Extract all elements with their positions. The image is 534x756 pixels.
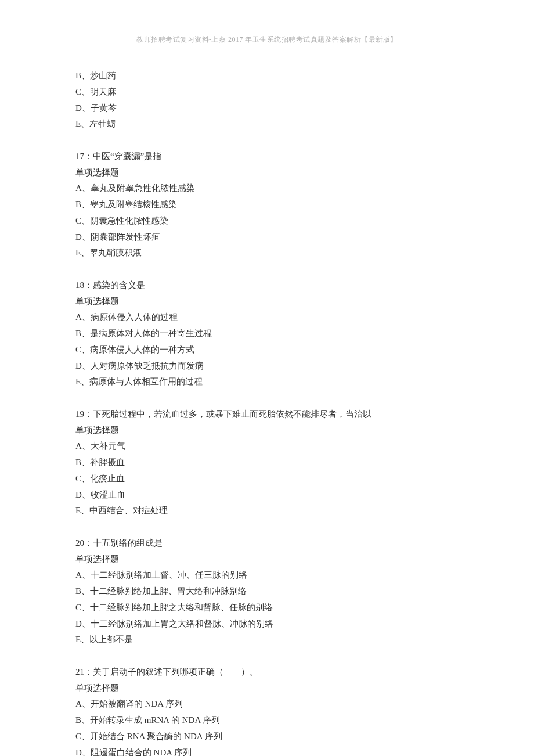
text-line: B、十二经脉别络加上脾、胃大络和冲脉别络 [75,584,459,600]
text-line: A、睾丸及附睾急性化脓性感染 [75,181,459,197]
text-line: E、左牡蛎 [75,116,459,132]
text-line: E、睾丸鞘膜积液 [75,245,459,261]
blank-line [75,648,459,664]
text-line: B、炒山药 [75,68,459,84]
blank-line [75,261,459,278]
text-line: A、大补元气 [75,438,459,455]
text-line: E、中西结合、对症处理 [75,503,459,519]
text-line: B、睾丸及附睾结核性感染 [75,197,459,213]
blank-line [75,519,459,535]
text-line: C、病原体侵人人体的一种方式 [75,342,459,358]
text-line: 17：中医“穿囊漏”是指 [75,149,459,165]
text-line: B、是病原体对人体的一种寄生过程 [75,326,459,342]
text-line: D、阴囊部阵发性坏疽 [75,229,459,246]
text-line: D、收涩止血 [75,487,459,503]
text-line: C、十二经脉别络加上脾之大络和督脉、任脉的别络 [75,600,459,616]
text-line: 单项选择题 [75,294,459,310]
text-line: 18：感染的含义是 [75,278,459,294]
text-line: E、以上都不是 [75,632,459,648]
document-body: B、炒山药C、明天麻D、子黄芩E、左牡蛎17：中医“穿囊漏”是指单项选择题A、睾… [75,68,459,756]
text-line: C、化瘀止血 [75,471,459,487]
blank-line [75,132,459,149]
text-line: 单项选择题 [75,423,459,439]
text-line: C、开始结合 RNA 聚合酶的 NDA 序列 [75,729,459,745]
text-line: 19：下死胎过程中，若流血过多，或暴下难止而死胎依然不能排尽者，当治以 [75,406,459,423]
text-line: A、病原体侵入人体的过程 [75,309,459,326]
text-line: C、阴囊急性化脓性感染 [75,213,459,229]
text-line: D、子黄芩 [75,100,459,117]
text-line: E、病原体与人体相互作用的过程 [75,374,459,390]
text-line: A、十二经脉别络加上督、冲、任三脉的别络 [75,567,459,584]
text-line: 21：关于启动子的叙述下列哪项正确（ ）。 [75,664,459,681]
page-header: 教师招聘考试复习资料-上蔡 2017 年卫生系统招聘考试真题及答案解析【最新版】 [75,35,459,45]
text-line: 单项选择题 [75,681,459,697]
text-line: 单项选择题 [75,165,459,181]
text-line: D、人对病原体缺乏抵抗力而发病 [75,358,459,375]
text-line: C、明天麻 [75,84,459,100]
text-line: D、阻遏蛋白结合的 NDA 序列 [75,745,459,757]
blank-line [75,390,459,406]
text-line: 20：十五别络的组成是 [75,535,459,552]
document-page: 教师招聘考试复习资料-上蔡 2017 年卫生系统招聘考试真题及答案解析【最新版】… [0,0,534,756]
text-line: B、补脾摄血 [75,455,459,471]
text-line: A、开始被翻译的 NDA 序列 [75,696,459,712]
text-line: 单项选择题 [75,552,459,568]
text-line: B、开始转录生成 mRNA 的 NDA 序列 [75,712,459,729]
text-line: D、十二经脉别络加上胃之大络和督脉、冲脉的别络 [75,616,459,632]
